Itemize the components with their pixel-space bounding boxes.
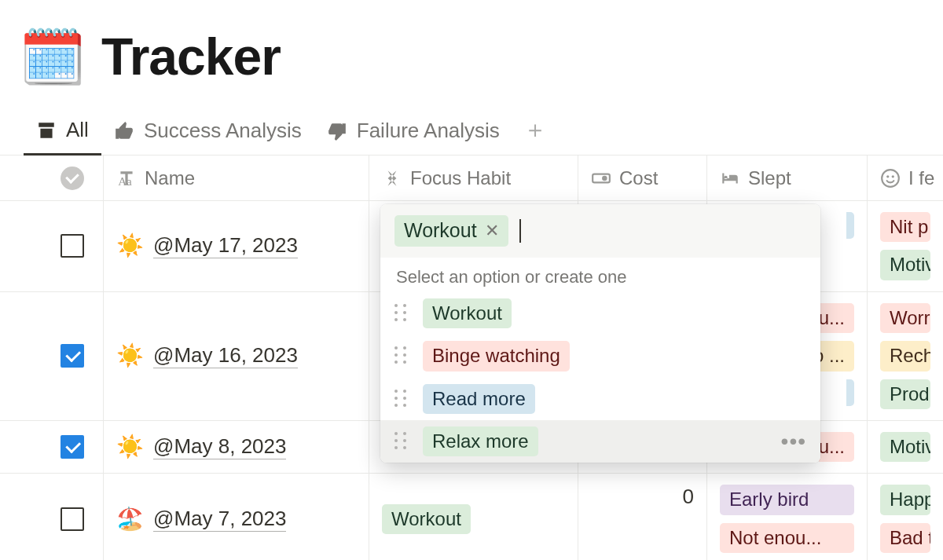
select-option[interactable]: Binge watching bbox=[380, 335, 820, 377]
column-focus-habit[interactable]: Focus Habit bbox=[369, 156, 578, 200]
cell-focus-habit[interactable]: Workout bbox=[369, 474, 578, 560]
tag-fragment: u... bbox=[819, 432, 854, 462]
row-title-link[interactable]: @May 16, 2023 bbox=[153, 343, 298, 368]
tab-label: Failure Analysis bbox=[357, 119, 500, 143]
tab-all[interactable]: All bbox=[24, 113, 101, 156]
column-checkbox[interactable] bbox=[0, 156, 104, 200]
column-label: Slept bbox=[748, 167, 791, 189]
row-checkbox[interactable] bbox=[61, 234, 84, 258]
tab-failure-analysis[interactable]: Failure Analysis bbox=[314, 114, 512, 154]
table-row: 🏖️@May 7, 2023Workout0Early birdNot enou… bbox=[0, 474, 943, 560]
tab-label: Success Analysis bbox=[144, 119, 302, 143]
tag-fragment: u... bbox=[819, 303, 854, 333]
column-label: Name bbox=[145, 167, 195, 189]
svg-point-4 bbox=[886, 175, 889, 178]
option-more-button[interactable]: ••• bbox=[781, 429, 806, 454]
text-cursor bbox=[519, 219, 521, 243]
tag: Not enou... bbox=[720, 523, 854, 553]
check-circle-icon bbox=[61, 167, 84, 190]
select-hint: Select an option or create one bbox=[380, 258, 820, 292]
column-cost[interactable]: Cost bbox=[578, 156, 707, 200]
row-emoji: ☀️ bbox=[116, 345, 144, 367]
view-tabs: All Success Analysis Failure Analysis ＋ bbox=[0, 86, 943, 156]
drag-handle-icon[interactable] bbox=[394, 346, 409, 365]
thumbs-up-icon bbox=[114, 121, 134, 141]
row-checkbox[interactable] bbox=[61, 507, 84, 531]
cell-name[interactable]: ☀️@May 16, 2023 bbox=[104, 292, 369, 420]
tag: Early bird bbox=[720, 485, 854, 514]
svg-point-5 bbox=[892, 175, 894, 178]
thumbs-down-icon bbox=[327, 121, 347, 141]
multi-select-icon bbox=[382, 168, 402, 188]
tag-fragment bbox=[846, 212, 854, 239]
selected-tag[interactable]: Workout ✕ bbox=[394, 215, 508, 247]
tag: Bad t bbox=[880, 523, 930, 553]
select-option[interactable]: Read more bbox=[380, 378, 820, 420]
svg-point-2 bbox=[602, 175, 607, 181]
tag: Happ bbox=[880, 485, 930, 514]
row-checkbox[interactable] bbox=[61, 435, 84, 459]
row-emoji: ☀️ bbox=[116, 436, 144, 458]
row-checkbox[interactable] bbox=[61, 344, 84, 368]
tag: Prod bbox=[880, 379, 930, 409]
select-option[interactable]: Relax more••• bbox=[380, 420, 820, 463]
row-emoji: 🏖️ bbox=[116, 508, 144, 530]
tag: Motiv bbox=[880, 432, 930, 462]
drag-handle-icon[interactable] bbox=[394, 304, 409, 323]
row-title-link[interactable]: @May 8, 2023 bbox=[153, 434, 286, 459]
tag: Binge watching bbox=[423, 341, 570, 371]
page-emoji[interactable]: 🗓️ bbox=[19, 30, 86, 83]
column-slept[interactable]: Slept bbox=[707, 156, 868, 200]
row-title-link[interactable]: @May 7, 2023 bbox=[153, 507, 286, 532]
tag: Rech bbox=[880, 341, 930, 371]
column-label: Focus Habit bbox=[410, 167, 511, 189]
column-label: Cost bbox=[619, 167, 658, 189]
tag: Workout bbox=[423, 298, 512, 328]
cell-name[interactable]: 🏖️@May 7, 2023 bbox=[104, 474, 369, 560]
row-emoji: ☀️ bbox=[116, 235, 144, 257]
tag-label: Workout bbox=[404, 218, 477, 244]
cell-slept[interactable]: Early birdNot enou... bbox=[707, 474, 868, 560]
page-title[interactable]: Tracker bbox=[101, 27, 281, 86]
cell-name[interactable]: ☀️@May 8, 2023 bbox=[104, 421, 369, 473]
tag: Workout bbox=[382, 504, 471, 534]
archive-icon bbox=[36, 120, 57, 141]
tag: Relax more bbox=[423, 426, 538, 456]
tab-success-analysis[interactable]: Success Analysis bbox=[101, 114, 314, 154]
remove-tag-icon[interactable]: ✕ bbox=[485, 219, 499, 243]
column-label: I fe bbox=[908, 167, 934, 189]
add-view-button[interactable]: ＋ bbox=[512, 114, 558, 154]
svg-text:Aa: Aa bbox=[118, 174, 132, 187]
cell-i-feel[interactable]: WorrRechProd bbox=[868, 292, 943, 420]
cell-i-feel[interactable]: Nit pMotiv bbox=[868, 201, 943, 291]
drag-handle-icon[interactable] bbox=[394, 390, 409, 408]
column-i-feel[interactable]: I fe bbox=[868, 156, 943, 200]
tag: Read more bbox=[423, 384, 535, 414]
drag-handle-icon[interactable] bbox=[394, 432, 409, 451]
cell-i-feel[interactable]: Motiv bbox=[868, 421, 943, 473]
smile-icon bbox=[880, 168, 901, 188]
table-header: Aa Name Focus Habit Cost Slept I fe bbox=[0, 156, 943, 201]
title-icon: Aa bbox=[116, 168, 137, 188]
svg-point-3 bbox=[882, 170, 899, 187]
column-name[interactable]: Aa Name bbox=[104, 156, 369, 200]
tag-fragment bbox=[846, 379, 854, 406]
cell-i-feel[interactable]: HappBad t bbox=[868, 474, 943, 560]
cell-name[interactable]: ☀️@May 17, 2023 bbox=[104, 201, 369, 291]
cell-cost[interactable]: 0 bbox=[578, 474, 707, 560]
number-icon bbox=[591, 168, 611, 188]
tag: Worr bbox=[880, 303, 930, 333]
select-option[interactable]: Workout bbox=[380, 292, 820, 335]
row-title-link[interactable]: @May 17, 2023 bbox=[153, 233, 298, 258]
tag: Nit p bbox=[880, 212, 930, 242]
tag: Motiv bbox=[880, 250, 930, 280]
tab-label: All bbox=[66, 118, 89, 142]
select-popover: Workout ✕ Select an option or create one… bbox=[380, 204, 820, 463]
select-input-area[interactable]: Workout ✕ bbox=[380, 204, 820, 258]
bed-icon bbox=[720, 168, 740, 188]
